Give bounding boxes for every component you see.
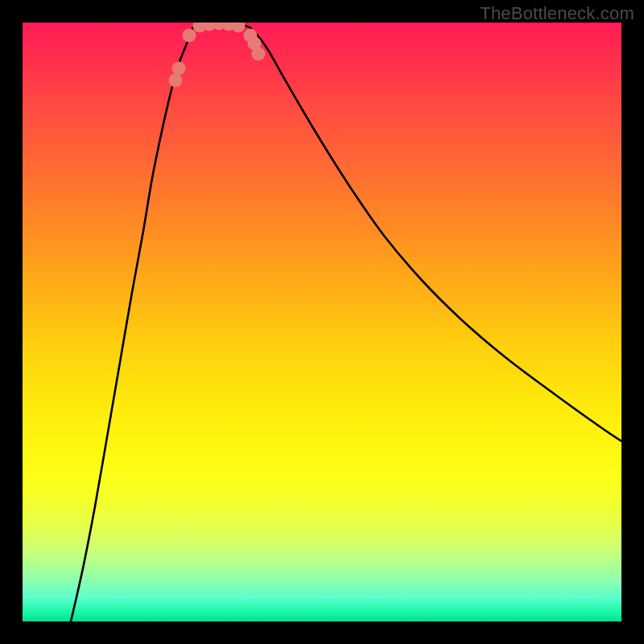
data-marker: [169, 74, 183, 88]
data-marker: [252, 47, 266, 61]
plot-area: [23, 23, 621, 621]
watermark-text: TheBottleneck.com: [480, 3, 634, 24]
data-marker: [172, 62, 186, 76]
data-marker: [232, 23, 246, 33]
bottleneck-curve: [71, 23, 621, 621]
data-marker: [183, 29, 196, 43]
curve-group: [71, 23, 621, 621]
chart-frame: TheBottleneck.com: [0, 0, 644, 644]
bottleneck-curves-svg: [23, 23, 621, 621]
